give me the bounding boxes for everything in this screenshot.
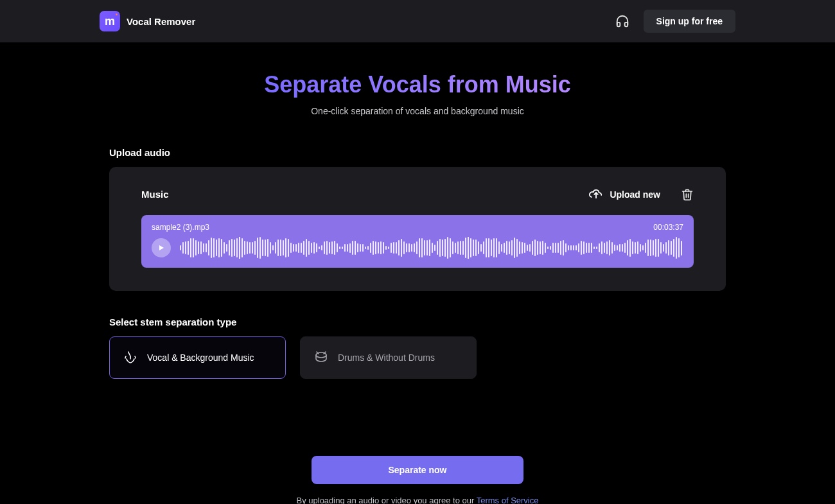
upload-card-header: Music Upload new bbox=[141, 186, 694, 202]
upload-new-button[interactable]: Upload new bbox=[589, 186, 660, 202]
stem-option-label: Vocal & Background Music bbox=[147, 352, 254, 363]
bottom-cta: Separate now By uploading an audio or vi… bbox=[109, 456, 726, 504]
app-title: Vocal Remover bbox=[127, 16, 195, 27]
separate-button[interactable]: Separate now bbox=[312, 456, 523, 484]
stem-section-label: Select stem separation type bbox=[109, 317, 726, 327]
page-subtitle: One-click separation of vocals and backg… bbox=[109, 106, 726, 116]
upload-card: Music Upload new sample2 (3).mp3 00:03:3… bbox=[109, 167, 726, 291]
audio-player: sample2 (3).mp3 00:03:37 bbox=[141, 215, 694, 268]
upload-section-label: Upload audio bbox=[109, 147, 726, 158]
tos-text: By uploading an audio or video you agree… bbox=[109, 496, 726, 504]
upload-new-label: Upload new bbox=[610, 189, 660, 200]
page-title: Separate Vocals from Music bbox=[264, 71, 571, 98]
drums-icon bbox=[313, 350, 329, 365]
header-left: m Vocal Remover bbox=[100, 11, 195, 31]
headphones-icon[interactable] bbox=[615, 14, 629, 28]
vocal-icon bbox=[123, 350, 138, 365]
tos-prefix: By uploading an audio or video you agree… bbox=[297, 496, 477, 504]
waveform[interactable] bbox=[180, 237, 683, 259]
stem-options: Vocal & Background Music Drums & Without… bbox=[109, 336, 726, 379]
app-logo[interactable]: m bbox=[100, 11, 120, 31]
header: m Vocal Remover Sign up for free bbox=[0, 0, 835, 42]
tos-link[interactable]: Terms of Service bbox=[477, 496, 539, 504]
audio-duration: 00:03:37 bbox=[653, 223, 683, 232]
stem-option-label: Drums & Without Drums bbox=[338, 352, 435, 363]
header-right: Sign up for free bbox=[615, 10, 735, 33]
stem-option-drums[interactable]: Drums & Without Drums bbox=[300, 336, 477, 379]
upload-actions: Upload new bbox=[589, 186, 694, 202]
signup-button[interactable]: Sign up for free bbox=[644, 10, 735, 33]
audio-filename: sample2 (3).mp3 bbox=[152, 223, 209, 232]
upload-icon bbox=[589, 186, 603, 202]
upload-panel-label: Music bbox=[141, 189, 169, 200]
svg-marker-1 bbox=[159, 245, 164, 250]
play-button[interactable] bbox=[152, 238, 171, 257]
hero: Separate Vocals from Music One-click sep… bbox=[109, 71, 726, 116]
stem-option-vocal[interactable]: Vocal & Background Music bbox=[109, 336, 286, 379]
main: Separate Vocals from Music One-click sep… bbox=[0, 71, 835, 504]
delete-button[interactable] bbox=[681, 188, 694, 201]
